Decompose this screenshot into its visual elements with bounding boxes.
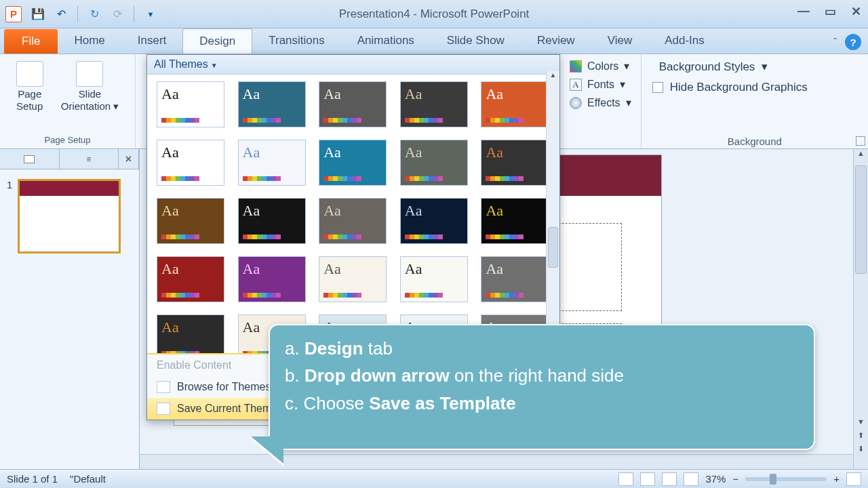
zoom-out-button[interactable]: − — [732, 473, 738, 485]
theme-thumb[interactable]: Aa — [238, 198, 306, 244]
slide-thumbnail[interactable]: 1 — [7, 179, 132, 253]
theme-thumb[interactable]: Aa — [481, 140, 549, 186]
theme-thumb[interactable]: Aa — [157, 198, 224, 244]
orientation-label: Slide Orientation ▾ — [61, 88, 119, 113]
file-tab[interactable]: File — [4, 29, 58, 54]
slides-tab[interactable] — [0, 149, 60, 169]
theme-thumb[interactable]: Aa — [238, 81, 306, 127]
tab-add-ins[interactable]: Add-Ins — [648, 28, 721, 54]
dialog-launcher-icon[interactable] — [856, 136, 865, 146]
theme-thumb[interactable]: Aa — [400, 256, 468, 302]
redo-icon[interactable]: ↻ — [87, 7, 101, 21]
theme-thumb[interactable]: Aa — [481, 256, 549, 302]
slide-preview — [18, 179, 121, 253]
theme-thumb[interactable]: Aa — [157, 256, 224, 302]
maximize-button[interactable]: ▭ — [825, 4, 836, 19]
pane-tabs: ≡ × — [0, 149, 139, 169]
theme-thumb[interactable]: Aa — [238, 256, 306, 302]
page-setup-label: Page Setup — [16, 88, 43, 113]
close-button[interactable]: ✕ — [851, 4, 861, 19]
reading-view-button[interactable] — [662, 472, 677, 486]
ribbon-tabs: File HomeInsertDesignTransitionsAnimatio… — [0, 28, 868, 54]
group-label: Background — [652, 136, 857, 147]
slide-orientation-button[interactable]: Slide Orientation ▾ — [56, 58, 125, 115]
colors-icon — [570, 60, 582, 73]
fonts-icon: A — [570, 79, 582, 91]
save-icon[interactable]: 💾 — [31, 7, 45, 21]
zoom-in-button[interactable]: + — [833, 473, 840, 485]
scroll-down-icon[interactable]: ▼ — [854, 418, 868, 431]
collapse-ribbon-icon[interactable]: ˆ — [833, 37, 837, 47]
page-setup-group: Page Setup Slide Orientation ▾ Page Setu… — [0, 54, 136, 148]
slideshow-view-button[interactable] — [684, 472, 698, 486]
prev-slide-icon[interactable]: ⬆ — [854, 431, 868, 445]
normal-view-button[interactable] — [618, 472, 633, 486]
slides-tab-icon — [24, 155, 35, 163]
repeat-icon[interactable]: ⟳ — [111, 7, 124, 21]
browse-icon — [157, 381, 170, 393]
theme-thumb[interactable]: Aa — [319, 81, 387, 127]
help-icon[interactable]: ? — [845, 34, 861, 50]
separator — [134, 6, 134, 22]
vertical-scrollbar[interactable]: ▲ ▼ ⬆ ⬇ — [853, 149, 868, 469]
undo-icon[interactable]: ↶ — [54, 7, 68, 21]
outline-tab[interactable]: ≡ — [60, 149, 119, 169]
instruction-callout: a. Design tab b. Drop down arrow on the … — [269, 324, 815, 450]
variants-group: Colors ▾ AFonts ▾ Effects ▾ — [560, 54, 642, 148]
app-icon: P — [5, 6, 22, 22]
slide-indicator: Slide 1 of 1 — [7, 473, 58, 485]
tab-review[interactable]: Review — [521, 28, 591, 54]
page-setup-button[interactable]: Page Setup — [11, 58, 49, 115]
fonts-button[interactable]: AFonts ▾ — [570, 78, 631, 91]
theme-thumb[interactable]: Aa — [319, 140, 387, 186]
hide-bg-checkbox[interactable]: Hide Background Graphics — [652, 81, 857, 94]
zoom-thumb[interactable] — [770, 474, 776, 485]
gallery-scrollbar[interactable]: ▲ ▼ — [546, 71, 559, 359]
zoom-level[interactable]: 37% — [705, 473, 726, 485]
theme-thumb[interactable]: Aa — [481, 81, 549, 127]
sorter-view-button[interactable] — [640, 472, 655, 486]
colors-button[interactable]: Colors ▾ — [570, 60, 631, 73]
quick-access-toolbar: 💾 ↶ ↻ ⟳ ▼ — [31, 6, 157, 22]
effects-icon — [570, 97, 582, 109]
theme-thumb[interactable]: Aa — [400, 198, 468, 244]
checkbox-icon — [652, 82, 663, 93]
background-group: Background Styles ▾ Hide Background Grap… — [642, 54, 868, 148]
scroll-up-icon[interactable]: ▲ — [547, 71, 559, 85]
tab-view[interactable]: View — [591, 28, 649, 54]
theme-name: "Default — [70, 473, 106, 485]
theme-thumb[interactable]: Aa — [157, 140, 224, 186]
group-label: Page Setup — [45, 135, 91, 147]
tab-slide-show[interactable]: Slide Show — [431, 28, 521, 54]
close-pane-button[interactable]: × — [119, 149, 139, 169]
slide-thumbnail-pane: ≡ × 1 — [0, 149, 140, 469]
tab-home[interactable]: Home — [58, 28, 121, 54]
tab-insert[interactable]: Insert — [121, 28, 183, 54]
theme-thumb[interactable]: Aa — [319, 256, 387, 302]
themes-filter-dropdown[interactable]: All Themes — [147, 55, 559, 75]
tab-transitions[interactable]: Transitions — [252, 28, 341, 54]
theme-thumb[interactable]: Aa — [400, 140, 468, 186]
theme-thumb[interactable]: Aa — [400, 81, 468, 127]
qat-dropdown-icon[interactable]: ▼ — [144, 7, 157, 21]
theme-thumb[interactable]: Aa — [319, 198, 387, 244]
separator — [77, 6, 78, 22]
theme-thumb[interactable]: Aa — [238, 140, 306, 186]
theme-thumb[interactable]: Aa — [157, 81, 224, 127]
next-slide-icon[interactable]: ⬇ — [854, 445, 868, 458]
background-styles-button[interactable]: Background Styles ▾ — [652, 60, 857, 74]
tab-animations[interactable]: Animations — [341, 28, 431, 54]
orientation-icon — [76, 61, 103, 87]
title-bar: P 💾 ↶ ↻ ⟳ ▼ Presentation4 - Microsoft Po… — [0, 0, 868, 28]
tab-design[interactable]: Design — [182, 28, 252, 54]
scroll-thumb[interactable] — [855, 165, 867, 274]
minimize-button[interactable]: ― — [797, 4, 810, 19]
theme-thumb[interactable]: Aa — [481, 198, 549, 244]
slide-number: 1 — [7, 179, 12, 253]
zoom-slider[interactable] — [745, 477, 827, 481]
scroll-thumb[interactable] — [548, 227, 558, 268]
horizontal-scrollbar[interactable] — [140, 454, 853, 469]
effects-button[interactable]: Effects ▾ — [570, 96, 631, 109]
fit-to-window-button[interactable] — [846, 472, 861, 486]
scroll-up-icon[interactable]: ▲ — [854, 149, 868, 163]
